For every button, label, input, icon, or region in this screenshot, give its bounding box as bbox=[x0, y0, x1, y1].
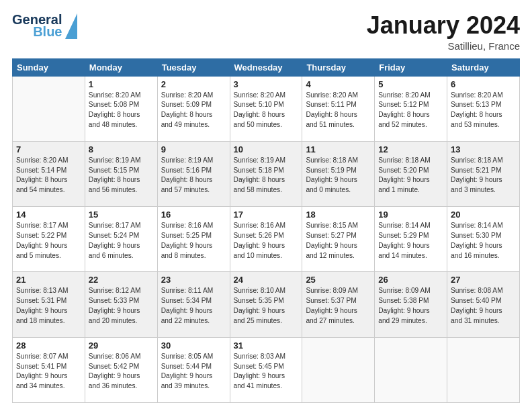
table-row: 21Sunrise: 8:13 AMSunset: 5:31 PMDayligh… bbox=[13, 272, 85, 337]
day-number: 14 bbox=[16, 210, 81, 220]
logo-triangle-icon bbox=[65, 13, 77, 39]
day-number: 8 bbox=[89, 144, 154, 154]
calendar-page: General Blue January 2024 Satillieu, Fra… bbox=[0, 0, 532, 411]
day-info: Sunrise: 8:16 AMSunset: 5:25 PMDaylight:… bbox=[161, 221, 226, 261]
header-tuesday: Tuesday bbox=[157, 58, 230, 76]
day-info: Sunrise: 8:07 AMSunset: 5:41 PMDaylight:… bbox=[16, 352, 81, 392]
day-info: Sunrise: 8:13 AMSunset: 5:31 PMDaylight:… bbox=[16, 286, 81, 326]
day-info: Sunrise: 8:12 AMSunset: 5:33 PMDaylight:… bbox=[89, 286, 154, 326]
table-row bbox=[13, 76, 85, 141]
header-friday: Friday bbox=[375, 58, 447, 76]
table-row: 20Sunrise: 8:14 AMSunset: 5:30 PMDayligh… bbox=[447, 207, 520, 272]
day-number: 21 bbox=[16, 275, 81, 285]
day-number: 5 bbox=[378, 79, 443, 89]
table-row: 10Sunrise: 8:19 AMSunset: 5:18 PMDayligh… bbox=[230, 141, 302, 206]
calendar-table: Sunday Monday Tuesday Wednesday Thursday… bbox=[12, 58, 520, 403]
header: General Blue January 2024 Satillieu, Fra… bbox=[12, 12, 520, 52]
table-row: 31Sunrise: 8:03 AMSunset: 5:45 PMDayligh… bbox=[230, 337, 302, 402]
day-number: 7 bbox=[16, 144, 81, 154]
table-row: 14Sunrise: 8:17 AMSunset: 5:22 PMDayligh… bbox=[13, 207, 85, 272]
day-info: Sunrise: 8:03 AMSunset: 5:45 PMDaylight:… bbox=[234, 352, 299, 392]
day-number: 12 bbox=[378, 144, 443, 154]
day-info: Sunrise: 8:18 AMSunset: 5:19 PMDaylight:… bbox=[306, 156, 371, 195]
day-info: Sunrise: 8:06 AMSunset: 5:42 PMDaylight:… bbox=[89, 352, 154, 392]
calendar-week-row: 1Sunrise: 8:20 AMSunset: 5:08 PMDaylight… bbox=[13, 76, 520, 141]
logo-text-blue: Blue bbox=[33, 24, 62, 39]
table-row: 18Sunrise: 8:15 AMSunset: 5:27 PMDayligh… bbox=[302, 207, 375, 272]
day-number: 18 bbox=[306, 210, 371, 220]
header-saturday: Saturday bbox=[447, 58, 520, 76]
day-number: 22 bbox=[89, 275, 154, 285]
day-info: Sunrise: 8:09 AMSunset: 5:38 PMDaylight:… bbox=[378, 286, 443, 326]
day-info: Sunrise: 8:09 AMSunset: 5:37 PMDaylight:… bbox=[306, 286, 371, 326]
day-number: 17 bbox=[234, 210, 299, 220]
day-number: 11 bbox=[306, 144, 371, 154]
day-info: Sunrise: 8:19 AMSunset: 5:16 PMDaylight:… bbox=[161, 156, 226, 195]
day-number: 13 bbox=[451, 144, 516, 154]
table-row bbox=[447, 337, 520, 402]
table-row: 2Sunrise: 8:20 AMSunset: 5:09 PMDaylight… bbox=[157, 76, 230, 141]
table-row: 22Sunrise: 8:12 AMSunset: 5:33 PMDayligh… bbox=[85, 272, 157, 337]
header-thursday: Thursday bbox=[302, 58, 375, 76]
table-row: 8Sunrise: 8:19 AMSunset: 5:15 PMDaylight… bbox=[85, 141, 157, 206]
table-row: 27Sunrise: 8:08 AMSunset: 5:40 PMDayligh… bbox=[447, 272, 520, 337]
table-row: 7Sunrise: 8:20 AMSunset: 5:14 PMDaylight… bbox=[13, 141, 85, 206]
table-row: 13Sunrise: 8:18 AMSunset: 5:21 PMDayligh… bbox=[447, 141, 520, 206]
day-info: Sunrise: 8:20 AMSunset: 5:14 PMDaylight:… bbox=[16, 156, 81, 195]
logo: General Blue bbox=[12, 12, 77, 39]
table-row: 24Sunrise: 8:10 AMSunset: 5:35 PMDayligh… bbox=[230, 272, 302, 337]
table-row: 6Sunrise: 8:20 AMSunset: 5:13 PMDaylight… bbox=[447, 76, 520, 141]
day-info: Sunrise: 8:20 AMSunset: 5:11 PMDaylight:… bbox=[306, 91, 371, 130]
table-row: 16Sunrise: 8:16 AMSunset: 5:25 PMDayligh… bbox=[157, 207, 230, 272]
day-number: 20 bbox=[451, 210, 516, 220]
day-number: 30 bbox=[161, 340, 226, 351]
table-row: 1Sunrise: 8:20 AMSunset: 5:08 PMDaylight… bbox=[85, 76, 157, 141]
table-row: 5Sunrise: 8:20 AMSunset: 5:12 PMDaylight… bbox=[375, 76, 447, 141]
day-number: 3 bbox=[234, 79, 299, 89]
header-monday: Monday bbox=[85, 58, 157, 76]
day-number: 1 bbox=[89, 79, 154, 89]
day-info: Sunrise: 8:17 AMSunset: 5:24 PMDaylight:… bbox=[89, 221, 154, 261]
day-info: Sunrise: 8:20 AMSunset: 5:12 PMDaylight:… bbox=[378, 91, 443, 130]
day-info: Sunrise: 8:05 AMSunset: 5:44 PMDaylight:… bbox=[161, 352, 226, 392]
day-info: Sunrise: 8:11 AMSunset: 5:34 PMDaylight:… bbox=[161, 286, 226, 326]
header-sunday: Sunday bbox=[13, 58, 85, 76]
month-title: January 2024 bbox=[367, 12, 520, 39]
day-number: 2 bbox=[161, 79, 226, 89]
table-row: 28Sunrise: 8:07 AMSunset: 5:41 PMDayligh… bbox=[13, 337, 85, 402]
weekday-header-row: Sunday Monday Tuesday Wednesday Thursday… bbox=[13, 58, 520, 76]
day-info: Sunrise: 8:17 AMSunset: 5:22 PMDaylight:… bbox=[16, 221, 81, 261]
table-row: 12Sunrise: 8:18 AMSunset: 5:20 PMDayligh… bbox=[375, 141, 447, 206]
day-number: 23 bbox=[161, 275, 226, 285]
day-number: 24 bbox=[234, 275, 299, 285]
day-info: Sunrise: 8:18 AMSunset: 5:20 PMDaylight:… bbox=[378, 156, 443, 195]
table-row: 23Sunrise: 8:11 AMSunset: 5:34 PMDayligh… bbox=[157, 272, 230, 337]
table-row: 25Sunrise: 8:09 AMSunset: 5:37 PMDayligh… bbox=[302, 272, 375, 337]
day-info: Sunrise: 8:15 AMSunset: 5:27 PMDaylight:… bbox=[306, 221, 371, 261]
calendar-week-row: 14Sunrise: 8:17 AMSunset: 5:22 PMDayligh… bbox=[13, 207, 520, 272]
table-row: 19Sunrise: 8:14 AMSunset: 5:29 PMDayligh… bbox=[375, 207, 447, 272]
day-info: Sunrise: 8:16 AMSunset: 5:26 PMDaylight:… bbox=[234, 221, 299, 261]
day-info: Sunrise: 8:10 AMSunset: 5:35 PMDaylight:… bbox=[234, 286, 299, 326]
day-info: Sunrise: 8:14 AMSunset: 5:29 PMDaylight:… bbox=[378, 221, 443, 261]
table-row: 30Sunrise: 8:05 AMSunset: 5:44 PMDayligh… bbox=[157, 337, 230, 402]
header-wednesday: Wednesday bbox=[230, 58, 302, 76]
day-info: Sunrise: 8:20 AMSunset: 5:10 PMDaylight:… bbox=[234, 91, 299, 130]
day-info: Sunrise: 8:19 AMSunset: 5:15 PMDaylight:… bbox=[89, 156, 154, 195]
table-row: 17Sunrise: 8:16 AMSunset: 5:26 PMDayligh… bbox=[230, 207, 302, 272]
table-row: 15Sunrise: 8:17 AMSunset: 5:24 PMDayligh… bbox=[85, 207, 157, 272]
day-info: Sunrise: 8:19 AMSunset: 5:18 PMDaylight:… bbox=[234, 156, 299, 195]
day-number: 31 bbox=[234, 340, 299, 351]
day-info: Sunrise: 8:14 AMSunset: 5:30 PMDaylight:… bbox=[451, 221, 516, 261]
table-row bbox=[302, 337, 375, 402]
day-number: 9 bbox=[161, 144, 226, 154]
day-number: 25 bbox=[306, 275, 371, 285]
table-row: 4Sunrise: 8:20 AMSunset: 5:11 PMDaylight… bbox=[302, 76, 375, 141]
calendar-week-row: 7Sunrise: 8:20 AMSunset: 5:14 PMDaylight… bbox=[13, 141, 520, 206]
day-info: Sunrise: 8:20 AMSunset: 5:13 PMDaylight:… bbox=[451, 91, 516, 130]
table-row: 11Sunrise: 8:18 AMSunset: 5:19 PMDayligh… bbox=[302, 141, 375, 206]
table-row: 3Sunrise: 8:20 AMSunset: 5:10 PMDaylight… bbox=[230, 76, 302, 141]
day-number: 6 bbox=[451, 79, 516, 89]
day-info: Sunrise: 8:18 AMSunset: 5:21 PMDaylight:… bbox=[451, 156, 516, 195]
day-number: 26 bbox=[378, 275, 443, 285]
